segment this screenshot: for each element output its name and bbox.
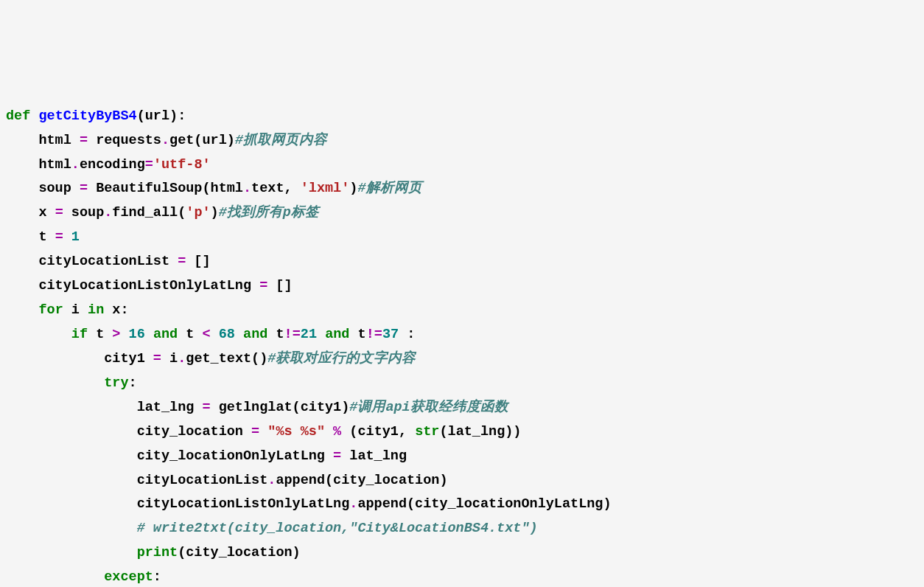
code-token — [325, 424, 333, 440]
code-line: except: — [6, 566, 918, 587]
code-token — [120, 327, 128, 342]
code-token: print — [137, 545, 178, 560]
code-line: for i in x: — [6, 299, 918, 323]
code-token — [6, 545, 137, 560]
code-token: x — [6, 205, 55, 220]
code-token: getlnglat(city1) — [211, 400, 350, 415]
code-token: def — [6, 108, 38, 124]
code-token — [6, 521, 137, 536]
code-token: t — [178, 327, 202, 342]
code-token: . — [178, 351, 186, 367]
code-token — [63, 229, 71, 245]
code-token: (city_location) — [178, 545, 301, 560]
code-token: soup — [6, 181, 80, 196]
code-token: % — [333, 424, 341, 440]
code-token — [6, 327, 71, 342]
code-token: try — [104, 375, 128, 391]
code-token: html — [6, 157, 71, 173]
code-token: #调用api获取经纬度函数 — [349, 400, 508, 415]
code-token: i — [63, 302, 88, 318]
code-token: soup — [63, 205, 105, 220]
code-token: = — [202, 400, 210, 415]
code-token: append(city_location) — [276, 473, 447, 488]
code-token: cityLocationList — [6, 254, 178, 269]
code-token: t — [349, 327, 365, 342]
code-token: = — [251, 424, 259, 440]
code-line: def getCityByBS4(url): — [6, 105, 918, 129]
code-token: 'p' — [186, 205, 210, 220]
code-token: (url): — [137, 108, 186, 124]
code-token: for — [38, 302, 63, 318]
code-line: cityLocationList.append(city_location) — [6, 469, 918, 493]
code-token: except — [104, 569, 153, 585]
code-token: 21 — [301, 327, 317, 342]
code-token: # write2txt(city_location,"City&Location… — [137, 521, 538, 536]
code-token: lat_lng — [341, 448, 407, 464]
code-token: 'utf-8' — [153, 157, 211, 173]
code-line: html = requests.get(url)#抓取网页内容 — [6, 129, 918, 153]
code-token: : — [399, 327, 415, 342]
code-token: cityLocationList — [6, 473, 267, 488]
code-line: try: — [6, 372, 918, 396]
code-token: and — [243, 327, 267, 342]
code-token: city_locationOnlyLatLng — [6, 448, 333, 464]
code-token: "%s %s" — [267, 424, 325, 440]
code-token: t — [267, 327, 284, 342]
code-token: = — [153, 351, 161, 367]
code-token: . — [243, 181, 251, 196]
code-token: city_location — [6, 424, 251, 440]
code-token: getCityByBS4 — [38, 108, 136, 124]
code-token: ) — [211, 205, 219, 220]
code-line: cityLocationList = [] — [6, 250, 918, 274]
code-token: #抓取网页内容 — [235, 133, 327, 148]
code-line: print(city_location) — [6, 541, 918, 566]
code-token: requests — [88, 133, 161, 148]
code-token: = — [178, 254, 186, 269]
code-line: lat_lng = getlnglat(city1)#调用api获取经纬度函数 — [6, 396, 918, 420]
code-line: city_locationOnlyLatLng = lat_lng — [6, 445, 918, 469]
code-token: text, — [251, 181, 301, 196]
code-line: html.encoding='utf-8' — [6, 153, 918, 178]
code-token: find_all( — [112, 205, 186, 220]
code-token — [6, 569, 104, 585]
code-token — [6, 302, 38, 318]
code-token: [] — [186, 254, 210, 269]
code-token: html — [6, 133, 80, 148]
code-block: def getCityByBS4(url): html = requests.g… — [6, 105, 918, 587]
code-token: = — [259, 278, 267, 294]
code-token: BeautifulSoup(html — [88, 181, 243, 196]
code-token: and — [325, 327, 349, 342]
code-line: city_location = "%s %s" % (city1, str(la… — [6, 420, 918, 445]
code-token — [6, 375, 104, 391]
code-line: t = 1 — [6, 226, 918, 250]
code-token: = — [333, 448, 341, 464]
code-token: i — [161, 351, 178, 367]
code-token: t — [88, 327, 112, 342]
code-token: 1 — [71, 229, 80, 245]
code-token: lat_lng — [6, 400, 202, 415]
code-token: str — [415, 424, 439, 440]
code-token: != — [366, 327, 382, 342]
code-line: city1 = i.get_text()#获取对应行的文字内容 — [6, 347, 918, 372]
code-token: and — [153, 327, 178, 342]
code-line: x = soup.find_all('p')#找到所有p标签 — [6, 201, 918, 226]
code-token — [145, 327, 153, 342]
code-token: t — [6, 229, 55, 245]
code-token — [235, 327, 243, 342]
code-token: get(url) — [169, 133, 235, 148]
code-token — [317, 327, 325, 342]
code-line: if t > 16 and t < 68 and t!=21 and t!=37… — [6, 323, 918, 347]
code-token: = — [55, 229, 63, 245]
code-token: 68 — [219, 327, 235, 342]
code-token: x: — [104, 302, 128, 318]
code-token: cityLocationListOnlyLatLng — [6, 278, 259, 294]
code-token: [] — [267, 278, 292, 294]
code-token: 37 — [382, 327, 399, 342]
code-token — [211, 327, 219, 342]
code-token: . — [71, 157, 80, 173]
code-token: #找到所有p标签 — [219, 205, 319, 220]
code-token: > — [112, 327, 120, 342]
code-token: . — [267, 473, 276, 488]
code-token: in — [88, 302, 104, 318]
code-token: = — [55, 205, 63, 220]
